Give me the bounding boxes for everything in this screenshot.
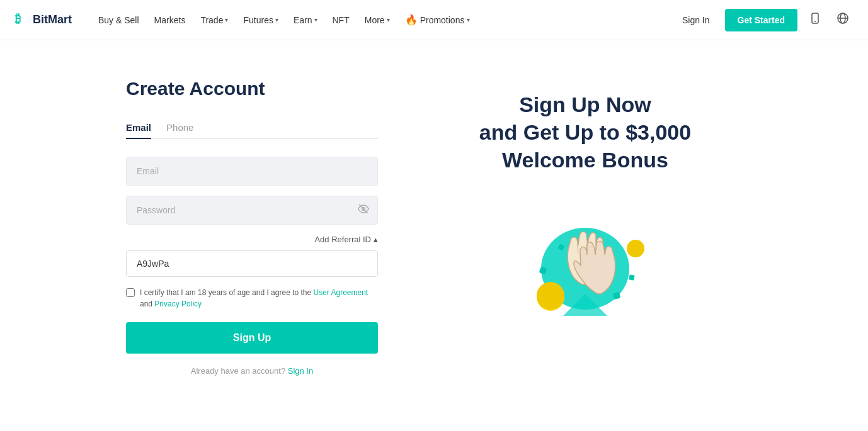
trade-dropdown-icon: ▾: [225, 16, 228, 23]
privacy-policy-link[interactable]: Privacy Policy: [154, 299, 202, 308]
password-input[interactable]: [126, 196, 378, 225]
email-input-group: [126, 157, 378, 186]
nav-nft[interactable]: NFT: [326, 10, 356, 30]
promo-section: Sign Up Now and Get Up to $3,000 Welcome…: [428, 78, 742, 319]
globe-icon[interactable]: [833, 8, 853, 31]
logo[interactable]: ₿ BitMart: [15, 11, 72, 29]
header-right: Sign In Get Started: [675, 8, 853, 31]
chevron-up-icon: ▴: [374, 235, 378, 244]
tab-phone[interactable]: Phone: [166, 117, 193, 139]
existing-account-text: Already have an account? Sign In: [126, 366, 378, 376]
nav-futures[interactable]: Futures ▾: [237, 10, 284, 30]
logo-text: BitMart: [33, 13, 72, 26]
signup-form-section: Create Account Email Phone Add Referral …: [126, 78, 378, 376]
signin-link[interactable]: Sign In: [288, 366, 313, 376]
promo-title: Sign Up Now and Get Up to $3,000 Welcome…: [479, 91, 691, 174]
svg-rect-16: [629, 274, 634, 280]
nav-markets[interactable]: Markets: [148, 10, 192, 30]
nav-promotions[interactable]: 🔥 Promotions ▾: [399, 9, 477, 31]
referral-toggle[interactable]: Add Referral ID ▴: [126, 235, 378, 244]
nav-more[interactable]: More ▾: [358, 10, 396, 30]
main-nav: Buy & Sell Markets Trade ▾ Futures ▾ Ear…: [92, 9, 675, 31]
earn-dropdown-icon: ▾: [314, 16, 317, 23]
promotions-dropdown-icon: ▾: [467, 16, 470, 23]
nav-buy-sell[interactable]: Buy & Sell: [92, 10, 146, 30]
terms-checkbox[interactable]: [126, 288, 135, 297]
page-title: Create Account: [126, 78, 378, 99]
fire-icon: 🔥: [405, 14, 418, 26]
tab-email[interactable]: Email: [126, 117, 151, 139]
svg-point-12: [627, 240, 644, 257]
svg-point-2: [814, 21, 816, 22]
nav-trade[interactable]: Trade ▾: [194, 10, 234, 30]
user-agreement-link[interactable]: User Agreement: [314, 288, 368, 297]
more-dropdown-icon: ▾: [387, 16, 390, 23]
password-toggle-icon[interactable]: [358, 203, 369, 217]
password-input-group: [126, 196, 378, 225]
header: ₿ BitMart Buy & Sell Markets Trade ▾ Fut…: [0, 0, 868, 40]
nav-earn[interactable]: Earn ▾: [287, 10, 324, 30]
sign-in-button[interactable]: Sign In: [675, 10, 717, 30]
svg-point-11: [537, 282, 564, 310]
logo-icon: ₿: [15, 11, 29, 29]
signup-button[interactable]: Sign Up: [126, 322, 378, 354]
mobile-icon[interactable]: [805, 8, 825, 31]
futures-dropdown-icon: ▾: [275, 16, 278, 23]
welcome-illustration: [503, 193, 667, 319]
terms-checkbox-row: I certify that I am 18 years of age and …: [126, 287, 378, 310]
main-content: Create Account Email Phone Add Referral …: [0, 40, 868, 401]
form-tabs: Email Phone: [126, 117, 378, 139]
get-started-button[interactable]: Get Started: [725, 9, 797, 31]
svg-text:₿: ₿: [15, 13, 21, 25]
email-input[interactable]: [126, 157, 378, 186]
referral-input[interactable]: [126, 250, 378, 277]
